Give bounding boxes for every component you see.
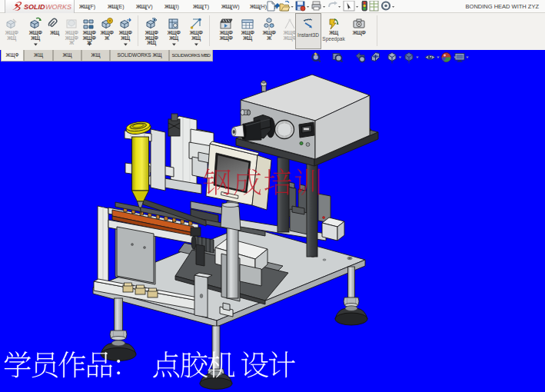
svg-text:WORKS: WORKS [45, 3, 71, 11]
svg-text:SOLID: SOLID [24, 3, 45, 11]
